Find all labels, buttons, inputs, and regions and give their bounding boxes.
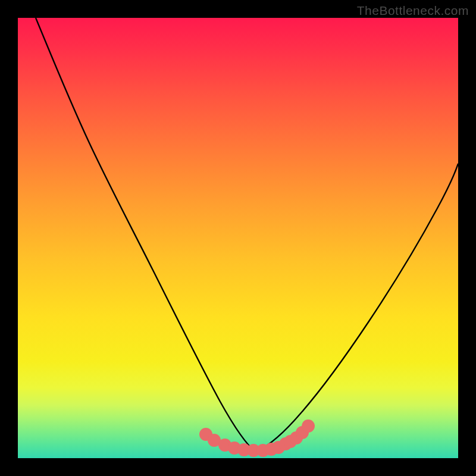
highlight-points: [199, 419, 315, 457]
curve-overlay: [18, 18, 458, 458]
left-curve: [36, 18, 256, 452]
plot-area: [18, 18, 458, 458]
svg-point-13: [302, 419, 315, 433]
chart-frame: TheBottleneck.com: [0, 0, 476, 476]
watermark-text: TheBottleneck.com: [357, 4, 469, 18]
right-curve: [256, 164, 458, 452]
